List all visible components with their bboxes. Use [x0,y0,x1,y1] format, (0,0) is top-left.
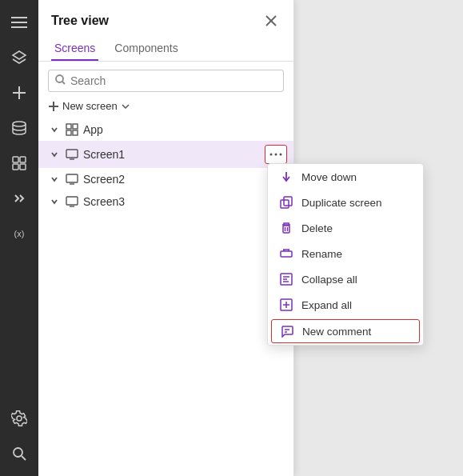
menu-item-new-comment-label: New comment [302,326,371,338]
svg-rect-10 [20,164,26,170]
svg-rect-22 [73,130,78,135]
svg-rect-18 [49,106,58,107]
menu-item-collapse-label: Collapse all [301,274,357,286]
sidebar: (x) [0,0,38,476]
svg-line-12 [22,456,26,460]
tree-items: App Screen1 [38,118,293,476]
tree-item-screen1-label: Screen1 [83,148,265,161]
tab-components[interactable]: Components [111,37,181,61]
svg-point-27 [280,154,282,156]
screen1-icon [65,147,79,162]
svg-rect-2 [11,26,27,28]
chevrons-icon[interactable] [3,182,35,214]
search-input[interactable] [70,74,277,87]
menu-item-expand[interactable]: Expand all [268,292,423,318]
close-button[interactable] [261,11,281,30]
tree-panel: Tree view Screens Components New screen [38,0,294,476]
search-box [48,70,284,92]
hamburger-icon[interactable] [3,6,35,38]
svg-rect-8 [20,157,26,162]
tree-item-screen2[interactable]: Screen2 [38,168,293,190]
menu-item-rename-label: Rename [301,248,342,260]
menu-item-duplicate[interactable]: Duplicate screen [268,190,423,215]
tabs: Screens Components [38,37,293,62]
svg-marker-3 [13,51,26,59]
screen1-more-button[interactable] [265,145,287,164]
delete-icon [279,221,293,235]
menu-item-rename[interactable]: Rename [268,241,423,266]
tab-screens[interactable]: Screens [51,37,98,61]
svg-rect-33 [284,197,292,206]
tree-item-app[interactable]: App [38,118,293,141]
arrow-down-icon [279,170,293,184]
plus-icon[interactable] [3,77,35,109]
rename-icon [279,246,293,261]
tree-item-app-label: App [83,123,287,136]
svg-rect-28 [66,174,78,182]
menu-item-duplicate-label: Duplicate screen [301,197,382,209]
menu-item-expand-label: Expand all [301,299,352,311]
tree-item-screen2-label: Screen2 [83,173,287,186]
menu-item-move-down-label: Move down [301,171,357,183]
comment-icon [280,324,294,338]
menu-item-move-down[interactable]: Move down [268,164,423,190]
database-icon[interactable] [3,112,35,144]
settings-icon[interactable] [3,402,35,434]
app-icon [65,122,79,137]
svg-rect-20 [73,124,78,129]
chevron-screen3 [48,195,61,208]
chevron-screen1 [48,148,61,161]
new-screen-button[interactable]: New screen [38,97,293,118]
svg-point-25 [270,154,273,156]
context-menu: Move down Duplicate screen Delete [267,163,424,346]
variable-icon[interactable]: (x) [3,218,35,250]
svg-rect-1 [11,22,27,23]
screen3-icon [65,194,79,209]
search-icon [55,74,66,87]
component-icon[interactable] [3,147,35,179]
svg-rect-0 [11,17,27,18]
tree-item-screen3-label: Screen3 [83,195,287,208]
screen2-icon [65,172,79,186]
svg-rect-21 [66,130,71,135]
svg-rect-5 [13,92,26,94]
svg-line-16 [62,82,65,84]
svg-point-15 [56,75,63,82]
chevron-app [48,123,61,136]
collapse-icon [279,272,293,286]
menu-item-new-comment[interactable]: New comment [271,319,420,343]
tree-item-screen3[interactable]: Screen3 [38,190,293,213]
menu-item-delete[interactable]: Delete [268,215,423,241]
expand-icon [279,298,293,312]
svg-point-11 [14,448,22,457]
tree-item-screen1[interactable]: Screen1 [38,141,293,168]
duplicate-icon [279,195,293,210]
svg-rect-19 [66,124,71,129]
svg-point-26 [275,154,277,156]
chevron-screen2 [48,173,61,186]
svg-rect-7 [13,157,18,162]
main-area: Tree view Screens Components New screen [38,0,463,476]
svg-point-6 [13,122,26,126]
new-screen-label: New screen [62,100,118,112]
svg-rect-9 [13,164,18,170]
svg-rect-23 [66,150,78,158]
layers-icon[interactable] [3,42,35,74]
svg-rect-38 [281,251,292,257]
svg-rect-30 [66,197,78,205]
menu-item-collapse[interactable]: Collapse all [268,266,423,292]
menu-item-delete-label: Delete [301,222,333,234]
panel-header: Tree view [38,0,293,37]
panel-title: Tree view [51,14,109,28]
svg-rect-35 [283,226,289,233]
search-icon-side[interactable] [3,438,35,470]
svg-rect-34 [281,200,289,208]
